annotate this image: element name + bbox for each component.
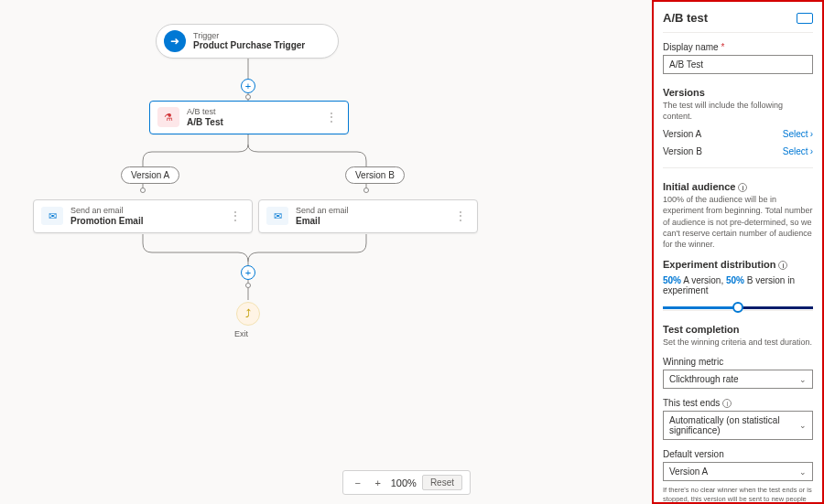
trigger-subtitle: Trigger [193, 31, 305, 41]
chevron-right-icon: › [810, 129, 813, 139]
email-a-title: Promotion Email [70, 216, 143, 227]
abtest-subtitle: A/B test [187, 107, 223, 117]
default-version-footnote: If there's no clear winner when the test… [663, 486, 813, 504]
winning-metric-label: Winning metric [663, 357, 813, 367]
exit-icon: ⤴ [245, 307, 251, 320]
email-b-more-icon[interactable]: ⋮ [451, 209, 470, 222]
abtest-node[interactable]: ⚗ A/B test A/B Test ⋮ [149, 101, 349, 134]
email-a-more-icon[interactable]: ⋮ [226, 209, 244, 222]
versions-heading: Versions [663, 87, 813, 98]
display-name-input[interactable] [663, 55, 813, 74]
email-icon: ✉ [266, 207, 288, 225]
version-b-label: Version B [663, 146, 702, 156]
email-node-b[interactable]: ✉ Send an email Email ⋮ [258, 199, 478, 233]
default-version-select[interactable]: Version A⌄ [663, 462, 813, 481]
default-version-label: Default version [663, 449, 813, 459]
winning-metric-select[interactable]: Clickthrough rate⌄ [663, 370, 813, 389]
email-node-a[interactable]: ✉ Send an email Promotion Email ⋮ [33, 199, 253, 233]
email-b-subtitle: Send an email [296, 206, 349, 216]
trigger-node[interactable]: ➜ Trigger Product Purchase Trigger [156, 24, 339, 59]
test-ends-label: This test endsi [663, 398, 813, 408]
chevron-right-icon: › [810, 146, 813, 156]
email-b-title: Email [296, 216, 349, 227]
panel-header-icon[interactable] [797, 13, 813, 24]
add-step-button-1[interactable]: + [241, 79, 255, 93]
distribution-summary: 50% A version, 50% B version in experime… [663, 275, 813, 295]
svg-point-10 [246, 284, 251, 288]
svg-point-4 [141, 188, 146, 193]
branch-label-version-b[interactable]: Version B [345, 166, 405, 184]
exit-label: Exit [234, 329, 248, 338]
zoom-out-button[interactable]: − [351, 477, 365, 488]
add-step-button-2[interactable]: + [241, 265, 255, 280]
email-icon: ✉ [41, 207, 63, 225]
info-icon[interactable]: i [722, 399, 732, 408]
abtest-more-icon[interactable]: ⋮ [322, 111, 341, 123]
svg-point-2 [246, 95, 251, 100]
trigger-title: Product Purchase Trigger [193, 40, 305, 51]
chevron-down-icon: ⌄ [799, 467, 807, 477]
exit-node[interactable]: ⤴ [236, 302, 260, 326]
journey-canvas[interactable]: ➜ Trigger Product Purchase Trigger + ⚗ A… [0, 0, 652, 504]
experiment-distribution-heading: Experiment distributioni [663, 259, 813, 270]
version-b-select-link[interactable]: Select› [783, 146, 813, 156]
version-a-label: Version A [663, 129, 701, 139]
slider-thumb[interactable] [732, 302, 743, 313]
zoom-toolbar: − + 100% Reset [342, 470, 471, 495]
test-completion-subtext: Set the winning criteria and test durati… [663, 337, 813, 348]
trigger-icon: ➜ [164, 30, 186, 52]
email-a-subtitle: Send an email [70, 206, 143, 216]
display-name-label: Display name * [663, 42, 813, 52]
info-icon[interactable]: i [778, 261, 787, 270]
info-icon[interactable]: i [738, 183, 747, 192]
flask-icon: ⚗ [157, 107, 179, 127]
svg-point-5 [364, 188, 369, 193]
version-a-select-link[interactable]: Select› [783, 129, 813, 139]
test-ends-select[interactable]: Automatically (on statistical significan… [663, 411, 813, 440]
initial-audience-text: 100% of the audience will be in experime… [663, 194, 813, 250]
zoom-percent: 100% [391, 477, 417, 488]
chevron-down-icon: ⌄ [799, 375, 807, 384]
panel-title: A/B test [663, 11, 708, 25]
versions-subtext: The test will include the following cont… [663, 100, 813, 122]
chevron-down-icon: ⌄ [799, 421, 807, 430]
test-completion-heading: Test completion [663, 324, 813, 335]
zoom-in-button[interactable]: + [371, 477, 385, 488]
branch-label-version-a[interactable]: Version A [121, 166, 179, 184]
abtest-title: A/B Test [187, 117, 223, 128]
zoom-reset-button[interactable]: Reset [422, 475, 462, 490]
properties-panel: A/B test Display name * Versions The tes… [652, 0, 824, 504]
initial-audience-heading: Initial audiencei [663, 181, 813, 192]
